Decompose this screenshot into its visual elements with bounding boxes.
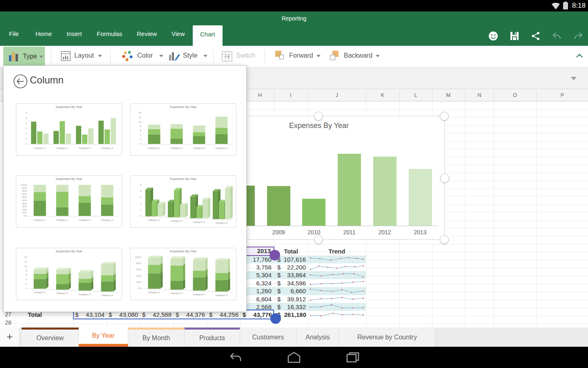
chart-type-thumbnail-2[interactable]: Expenses By Year02468101214Category 1Cat… <box>130 103 236 156</box>
row-27-number[interactable]: 27 <box>2 311 14 318</box>
ribbon-tab-view[interactable]: View <box>172 30 185 37</box>
column-header-M[interactable]: M <box>446 92 451 98</box>
chart-bar-2009[interactable] <box>267 186 290 226</box>
cell-total-value[interactable]: 6,660 <box>274 287 306 295</box>
sheet-tab-by-year[interactable]: By Year <box>79 328 128 347</box>
sheet-tab-overview[interactable]: Overview <box>22 328 79 347</box>
column-header-J[interactable]: J <box>336 92 339 98</box>
chart-type-thumbnail-3[interactable]: Expenses By Year0%10%20%30%40%50%60%70%8… <box>16 175 122 228</box>
svg-text:Category 2: Category 2 <box>56 219 69 221</box>
ribbon-tab-insert[interactable]: Insert <box>67 30 82 37</box>
svg-text:Category 4: Category 4 <box>101 219 114 221</box>
ribbon-tab-chart[interactable]: Chart <box>193 25 223 46</box>
app-title-bar: Reporting FileHomeInsertFormulasReviewVi… <box>0 11 588 46</box>
chart-bar-2010[interactable] <box>302 199 325 226</box>
column-header-P[interactable]: P <box>561 92 564 98</box>
type-button[interactable]: Type <box>3 47 45 66</box>
svg-text:Category 2: Category 2 <box>171 147 183 149</box>
svg-text:4: 4 <box>26 122 27 124</box>
bring-forward-icon <box>275 51 286 61</box>
separator <box>265 49 265 63</box>
svg-text:40%: 40% <box>136 275 142 277</box>
svg-text:4: 4 <box>140 134 142 136</box>
chart-bar-2011[interactable] <box>338 154 361 226</box>
column-type-popup: Column Expenses By Year0123456Category 1… <box>3 65 247 312</box>
cell-total-value[interactable]: 33,864 <box>274 271 306 279</box>
ribbon-tab-formulas[interactable]: Formulas <box>97 30 122 37</box>
thumbnail-title: Expenses By Year <box>16 249 122 253</box>
column-header-K[interactable]: K <box>381 92 385 98</box>
smiley-feedback-icon[interactable] <box>488 31 499 41</box>
ribbon-tab-review[interactable]: Review <box>137 30 157 37</box>
svg-text:50%: 50% <box>22 199 27 202</box>
gridline-vertical <box>465 101 466 328</box>
chart-type-thumbnail-4[interactable]: Expenses By Year012345Category 1Category… <box>130 175 236 228</box>
trend-sparkline <box>309 256 365 263</box>
chart-selection-handle[interactable] <box>314 112 323 121</box>
chart-selection-handle[interactable] <box>314 235 323 244</box>
chevron-down-icon <box>316 55 321 57</box>
svg-text:14: 14 <box>24 256 27 258</box>
svg-text:4: 4 <box>26 278 27 280</box>
chart-selection-handle[interactable] <box>440 112 449 121</box>
recents-icon[interactable] <box>346 351 360 364</box>
chart-type-thumbnail-5[interactable]: Expenses By Year02468101214Category 1Cat… <box>16 248 122 300</box>
sheet-tab-by-month[interactable]: By Month <box>128 328 185 347</box>
svg-text:Category 3: Category 3 <box>79 147 91 149</box>
chart-type-thumbnail-6[interactable]: Expenses By Year0%20%40%60%80%100%Catego… <box>130 248 236 300</box>
gridline-vertical <box>537 101 537 328</box>
separator <box>110 49 111 63</box>
back-icon[interactable] <box>228 351 242 364</box>
sheet-tab-products[interactable]: Products <box>185 328 240 347</box>
layout-label: Layout <box>74 52 94 59</box>
chart-bar-2013[interactable] <box>409 169 432 226</box>
column-header-O[interactable]: O <box>513 92 517 98</box>
cell-total-value[interactable]: 16,332 <box>274 303 306 311</box>
excel-android-screen: 8:18 Reporting FileHomeInsertFormulasRev… <box>0 0 588 368</box>
column-header-I[interactable]: I <box>290 92 292 98</box>
chart-type-thumbnail-1[interactable]: Expenses By Year0123456Category 1Categor… <box>16 103 122 156</box>
row-28-number[interactable]: 28 <box>2 319 14 326</box>
sheet-tab-revenue-by-country[interactable]: Revenue by Country <box>339 328 435 347</box>
svg-text:Category 1: Category 1 <box>34 291 46 294</box>
thumbnail-chart: 02468101214Category 1Category 2Category … <box>18 254 120 296</box>
chart-selection-handle[interactable] <box>440 174 449 183</box>
expenses-chart-object[interactable]: Expenses By Year20092010201120122013 <box>227 116 445 240</box>
sheet-tab-customers[interactable]: Customers <box>240 328 296 347</box>
column-header-H[interactable]: H <box>258 92 262 98</box>
svg-text:Category 4: Category 4 <box>216 294 228 296</box>
blue-selection-handle[interactable] <box>270 313 281 324</box>
back-icon[interactable] <box>13 74 28 89</box>
chart-selection-handle[interactable] <box>440 235 449 244</box>
separator <box>213 49 214 63</box>
cell-total-value[interactable]: 22,200 <box>274 263 306 271</box>
cell-total-value[interactable]: 34,596 <box>274 279 306 287</box>
share-icon[interactable] <box>530 31 541 41</box>
svg-text:70%: 70% <box>22 193 27 195</box>
ribbon-tab-home[interactable]: Home <box>36 30 52 37</box>
trend-sparkline <box>309 271 365 279</box>
sheet-tab-analysis[interactable]: Analysis <box>296 328 339 347</box>
svg-text:4: 4 <box>140 190 142 192</box>
save-icon[interactable] <box>509 31 520 41</box>
purple-selection-handle[interactable] <box>270 250 280 260</box>
undo-icon <box>552 31 562 41</box>
svg-text:14: 14 <box>138 112 141 114</box>
cell-total-value[interactable]: 39,912 <box>274 295 306 303</box>
svg-text:0: 0 <box>26 287 27 289</box>
trend-sparkline <box>309 295 365 303</box>
add-sheet-button[interactable]: + <box>0 328 20 347</box>
ribbon-tab-file[interactable]: File <box>9 30 19 37</box>
svg-text:Category 3: Category 3 <box>79 293 91 296</box>
chevron-down-icon[interactable] <box>571 77 577 80</box>
collapse-ribbon-chevron-icon[interactable] <box>576 53 583 59</box>
svg-text:80%: 80% <box>22 190 27 192</box>
home-icon[interactable] <box>287 351 301 364</box>
column-header-N[interactable]: N <box>477 92 481 98</box>
chart-bar-2012[interactable] <box>373 157 396 226</box>
svg-text:12: 12 <box>138 116 141 119</box>
chart-x-label-2010: 2010 <box>307 229 320 236</box>
svg-text:Category 3: Category 3 <box>193 221 205 223</box>
column-header-L[interactable]: L <box>414 92 417 98</box>
column-header-divider <box>399 91 400 100</box>
